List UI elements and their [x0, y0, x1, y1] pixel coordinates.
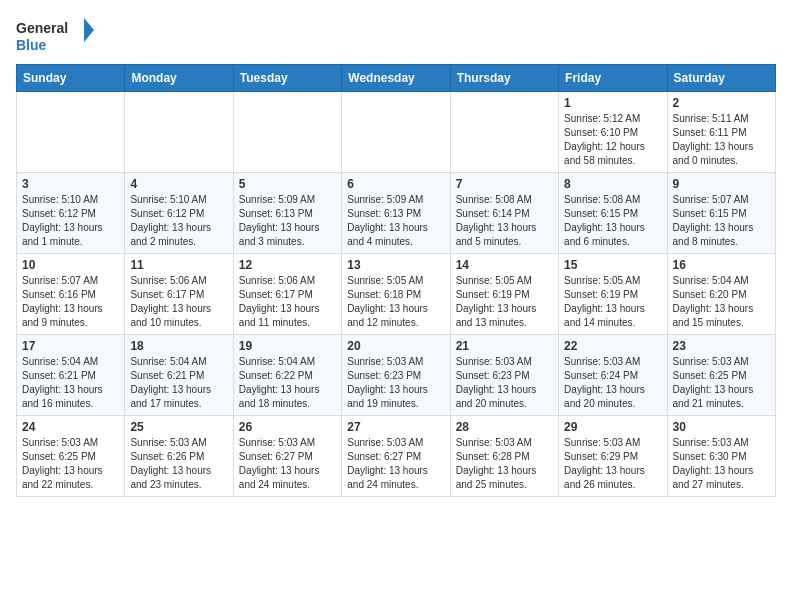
calendar-cell: 17Sunrise: 5:04 AM Sunset: 6:21 PM Dayli… — [17, 335, 125, 416]
calendar-cell: 1Sunrise: 5:12 AM Sunset: 6:10 PM Daylig… — [559, 92, 667, 173]
calendar-cell: 26Sunrise: 5:03 AM Sunset: 6:27 PM Dayli… — [233, 416, 341, 497]
calendar-cell: 12Sunrise: 5:06 AM Sunset: 6:17 PM Dayli… — [233, 254, 341, 335]
day-number: 29 — [564, 420, 661, 434]
day-info: Sunrise: 5:03 AM Sunset: 6:25 PM Dayligh… — [22, 436, 119, 492]
calendar-cell: 9Sunrise: 5:07 AM Sunset: 6:15 PM Daylig… — [667, 173, 775, 254]
day-info: Sunrise: 5:03 AM Sunset: 6:24 PM Dayligh… — [564, 355, 661, 411]
day-info: Sunrise: 5:03 AM Sunset: 6:29 PM Dayligh… — [564, 436, 661, 492]
week-row-4: 17Sunrise: 5:04 AM Sunset: 6:21 PM Dayli… — [17, 335, 776, 416]
calendar-cell: 11Sunrise: 5:06 AM Sunset: 6:17 PM Dayli… — [125, 254, 233, 335]
day-info: Sunrise: 5:11 AM Sunset: 6:11 PM Dayligh… — [673, 112, 770, 168]
day-number: 25 — [130, 420, 227, 434]
week-row-3: 10Sunrise: 5:07 AM Sunset: 6:16 PM Dayli… — [17, 254, 776, 335]
day-info: Sunrise: 5:10 AM Sunset: 6:12 PM Dayligh… — [130, 193, 227, 249]
day-number: 5 — [239, 177, 336, 191]
weekday-header-row: SundayMondayTuesdayWednesdayThursdayFrid… — [17, 65, 776, 92]
weekday-header-tuesday: Tuesday — [233, 65, 341, 92]
calendar-cell: 20Sunrise: 5:03 AM Sunset: 6:23 PM Dayli… — [342, 335, 450, 416]
day-number: 3 — [22, 177, 119, 191]
day-number: 7 — [456, 177, 553, 191]
day-info: Sunrise: 5:06 AM Sunset: 6:17 PM Dayligh… — [130, 274, 227, 330]
calendar-cell: 3Sunrise: 5:10 AM Sunset: 6:12 PM Daylig… — [17, 173, 125, 254]
calendar-cell: 27Sunrise: 5:03 AM Sunset: 6:27 PM Dayli… — [342, 416, 450, 497]
day-info: Sunrise: 5:05 AM Sunset: 6:18 PM Dayligh… — [347, 274, 444, 330]
day-number: 4 — [130, 177, 227, 191]
day-info: Sunrise: 5:03 AM Sunset: 6:23 PM Dayligh… — [347, 355, 444, 411]
day-info: Sunrise: 5:09 AM Sunset: 6:13 PM Dayligh… — [239, 193, 336, 249]
day-number: 6 — [347, 177, 444, 191]
logo: General Blue — [16, 16, 96, 56]
day-info: Sunrise: 5:03 AM Sunset: 6:26 PM Dayligh… — [130, 436, 227, 492]
day-number: 9 — [673, 177, 770, 191]
calendar-cell: 7Sunrise: 5:08 AM Sunset: 6:14 PM Daylig… — [450, 173, 558, 254]
calendar-cell: 4Sunrise: 5:10 AM Sunset: 6:12 PM Daylig… — [125, 173, 233, 254]
day-number: 22 — [564, 339, 661, 353]
calendar-cell: 24Sunrise: 5:03 AM Sunset: 6:25 PM Dayli… — [17, 416, 125, 497]
weekday-header-saturday: Saturday — [667, 65, 775, 92]
day-number: 1 — [564, 96, 661, 110]
day-info: Sunrise: 5:07 AM Sunset: 6:16 PM Dayligh… — [22, 274, 119, 330]
weekday-header-sunday: Sunday — [17, 65, 125, 92]
day-number: 24 — [22, 420, 119, 434]
day-number: 21 — [456, 339, 553, 353]
day-info: Sunrise: 5:03 AM Sunset: 6:27 PM Dayligh… — [239, 436, 336, 492]
day-number: 8 — [564, 177, 661, 191]
calendar-cell — [17, 92, 125, 173]
weekday-header-thursday: Thursday — [450, 65, 558, 92]
day-info: Sunrise: 5:12 AM Sunset: 6:10 PM Dayligh… — [564, 112, 661, 168]
calendar-cell — [450, 92, 558, 173]
day-number: 10 — [22, 258, 119, 272]
day-info: Sunrise: 5:05 AM Sunset: 6:19 PM Dayligh… — [564, 274, 661, 330]
day-info: Sunrise: 5:03 AM Sunset: 6:25 PM Dayligh… — [673, 355, 770, 411]
page-header: General Blue — [16, 16, 776, 56]
calendar-cell: 15Sunrise: 5:05 AM Sunset: 6:19 PM Dayli… — [559, 254, 667, 335]
calendar-cell: 25Sunrise: 5:03 AM Sunset: 6:26 PM Dayli… — [125, 416, 233, 497]
weekday-header-wednesday: Wednesday — [342, 65, 450, 92]
svg-text:General: General — [16, 20, 68, 36]
calendar-cell: 22Sunrise: 5:03 AM Sunset: 6:24 PM Dayli… — [559, 335, 667, 416]
svg-text:Blue: Blue — [16, 37, 47, 53]
day-number: 2 — [673, 96, 770, 110]
day-info: Sunrise: 5:06 AM Sunset: 6:17 PM Dayligh… — [239, 274, 336, 330]
calendar-cell: 2Sunrise: 5:11 AM Sunset: 6:11 PM Daylig… — [667, 92, 775, 173]
calendar-cell: 8Sunrise: 5:08 AM Sunset: 6:15 PM Daylig… — [559, 173, 667, 254]
day-number: 13 — [347, 258, 444, 272]
day-info: Sunrise: 5:03 AM Sunset: 6:27 PM Dayligh… — [347, 436, 444, 492]
weekday-header-monday: Monday — [125, 65, 233, 92]
day-number: 30 — [673, 420, 770, 434]
day-number: 28 — [456, 420, 553, 434]
weekday-header-friday: Friday — [559, 65, 667, 92]
calendar-cell: 28Sunrise: 5:03 AM Sunset: 6:28 PM Dayli… — [450, 416, 558, 497]
calendar-cell: 13Sunrise: 5:05 AM Sunset: 6:18 PM Dayli… — [342, 254, 450, 335]
calendar-cell — [342, 92, 450, 173]
day-info: Sunrise: 5:03 AM Sunset: 6:30 PM Dayligh… — [673, 436, 770, 492]
calendar-cell: 14Sunrise: 5:05 AM Sunset: 6:19 PM Dayli… — [450, 254, 558, 335]
day-info: Sunrise: 5:04 AM Sunset: 6:21 PM Dayligh… — [130, 355, 227, 411]
calendar-cell: 6Sunrise: 5:09 AM Sunset: 6:13 PM Daylig… — [342, 173, 450, 254]
calendar-cell: 19Sunrise: 5:04 AM Sunset: 6:22 PM Dayli… — [233, 335, 341, 416]
day-info: Sunrise: 5:04 AM Sunset: 6:20 PM Dayligh… — [673, 274, 770, 330]
day-number: 12 — [239, 258, 336, 272]
day-info: Sunrise: 5:03 AM Sunset: 6:23 PM Dayligh… — [456, 355, 553, 411]
week-row-5: 24Sunrise: 5:03 AM Sunset: 6:25 PM Dayli… — [17, 416, 776, 497]
day-info: Sunrise: 5:08 AM Sunset: 6:14 PM Dayligh… — [456, 193, 553, 249]
day-number: 23 — [673, 339, 770, 353]
logo-svg: General Blue — [16, 16, 96, 56]
calendar-cell: 29Sunrise: 5:03 AM Sunset: 6:29 PM Dayli… — [559, 416, 667, 497]
day-info: Sunrise: 5:04 AM Sunset: 6:21 PM Dayligh… — [22, 355, 119, 411]
svg-marker-2 — [84, 18, 94, 42]
day-number: 11 — [130, 258, 227, 272]
day-info: Sunrise: 5:09 AM Sunset: 6:13 PM Dayligh… — [347, 193, 444, 249]
week-row-1: 1Sunrise: 5:12 AM Sunset: 6:10 PM Daylig… — [17, 92, 776, 173]
calendar-cell — [233, 92, 341, 173]
day-number: 18 — [130, 339, 227, 353]
week-row-2: 3Sunrise: 5:10 AM Sunset: 6:12 PM Daylig… — [17, 173, 776, 254]
calendar-cell: 21Sunrise: 5:03 AM Sunset: 6:23 PM Dayli… — [450, 335, 558, 416]
day-number: 20 — [347, 339, 444, 353]
day-info: Sunrise: 5:10 AM Sunset: 6:12 PM Dayligh… — [22, 193, 119, 249]
day-info: Sunrise: 5:04 AM Sunset: 6:22 PM Dayligh… — [239, 355, 336, 411]
day-info: Sunrise: 5:03 AM Sunset: 6:28 PM Dayligh… — [456, 436, 553, 492]
calendar-cell: 30Sunrise: 5:03 AM Sunset: 6:30 PM Dayli… — [667, 416, 775, 497]
calendar-cell: 18Sunrise: 5:04 AM Sunset: 6:21 PM Dayli… — [125, 335, 233, 416]
calendar-cell: 16Sunrise: 5:04 AM Sunset: 6:20 PM Dayli… — [667, 254, 775, 335]
